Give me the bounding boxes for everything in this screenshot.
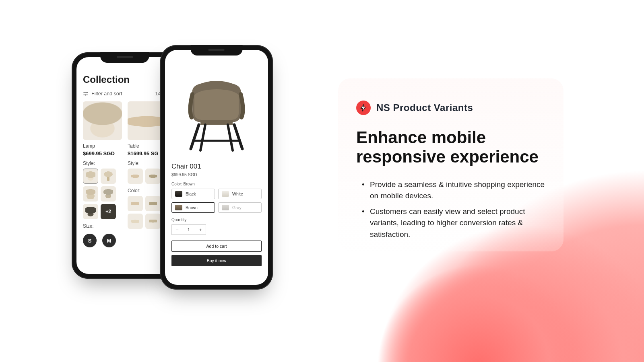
phone-notch (100, 52, 149, 63)
product-hero-image (171, 66, 262, 158)
color-label: Color: Brown (171, 182, 262, 186)
style-swatch[interactable] (128, 169, 143, 184)
collection-title: Collection (83, 74, 167, 85)
chair-icon (175, 205, 182, 210)
product-image (83, 101, 122, 140)
sliders-icon (83, 91, 89, 97)
style-swatch[interactable] (83, 169, 98, 184)
style-swatch[interactable] (145, 169, 161, 184)
chip-label: Brown (186, 205, 198, 210)
filter-sort-label: Filter and sort (91, 91, 122, 97)
color-chip-gray[interactable]: Gray (218, 202, 262, 213)
product-card[interactable]: Lamp $699.95 SGD Style: +2 Size: S M (83, 101, 122, 247)
color-swatch[interactable] (145, 196, 161, 211)
add-to-cart-button[interactable]: Add to cart (171, 241, 262, 252)
chair-icon (175, 191, 182, 197)
brand-name: NS Product Variants (376, 102, 473, 113)
headline: Enhance mobile responsive experience (356, 128, 545, 167)
chip-label: Gray (232, 205, 242, 210)
size-option[interactable]: M (102, 234, 116, 247)
color-swatch[interactable] (145, 214, 161, 229)
style-swatch[interactable] (83, 204, 98, 219)
chip-label: White (232, 191, 243, 196)
product-name: Lamp (83, 143, 122, 149)
phone-notch (191, 45, 243, 56)
qty-value: 1 (182, 225, 195, 234)
product-price: $699.95 SGD (83, 150, 122, 156)
bullet-item: Provide a seamless & intuitive shopping … (360, 179, 545, 202)
phone-mockup-front: Chair 001 $699.95 SGD Color: Brown Black… (160, 45, 273, 290)
style-label: Style: (83, 160, 122, 166)
buy-now-button[interactable]: Buy it now (171, 255, 262, 266)
color-chip-black[interactable]: Black (171, 189, 215, 199)
style-swatch[interactable] (101, 186, 116, 202)
color-chip-white[interactable]: White (218, 189, 262, 199)
bullet-list: Provide a seamless & intuitive shopping … (356, 179, 545, 241)
chip-label: Black (186, 191, 196, 196)
brand-logo-icon (356, 101, 371, 115)
qty-increment-button[interactable]: + (195, 225, 206, 234)
svg-point-0 (87, 92, 88, 93)
size-option[interactable]: S (83, 234, 97, 247)
quantity-label: Quantity (171, 218, 262, 222)
info-card: NS Product Variants Enhance mobile respo… (338, 78, 564, 251)
product-name: Chair 001 (171, 162, 262, 171)
svg-point-1 (85, 95, 87, 96)
size-label: Size: (83, 223, 122, 229)
chair-icon (222, 191, 229, 197)
qty-decrement-button[interactable]: − (172, 225, 182, 234)
chair-icon (222, 205, 229, 210)
style-swatch[interactable] (83, 186, 98, 202)
quantity-stepper: − 1 + (171, 224, 206, 235)
style-swatch-more[interactable]: +2 (101, 204, 116, 219)
product-price: $699.95 SGD (171, 172, 262, 177)
style-swatch[interactable] (101, 169, 116, 184)
bullet-item: Customers can easily view and select pro… (360, 206, 545, 241)
color-swatch[interactable] (128, 214, 143, 229)
color-chip-brown[interactable]: Brown (171, 202, 215, 213)
color-swatch[interactable] (128, 196, 143, 211)
filter-sort-button[interactable]: Filter and sort (83, 91, 122, 97)
